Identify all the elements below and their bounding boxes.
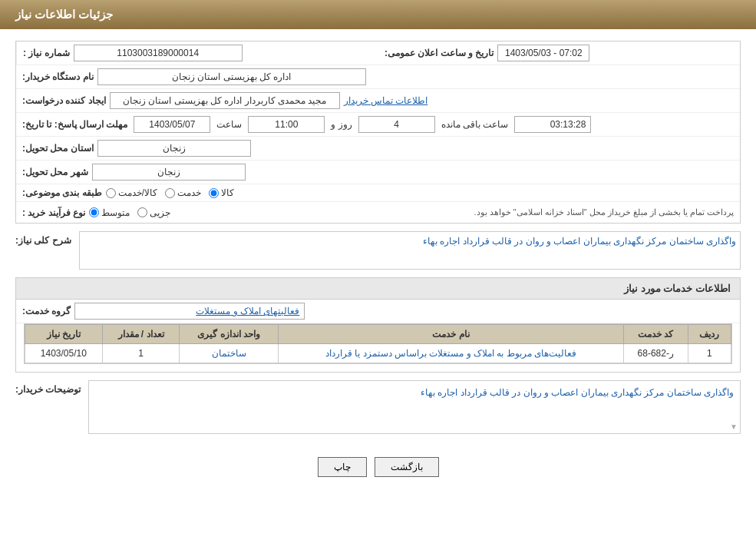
announce-date-value: 1403/05/03 - 07:02	[497, 45, 589, 61]
need-desc-label: شرح کلی نیاز:	[15, 231, 71, 246]
radio-process-partial[interactable]	[137, 207, 147, 217]
th-qty: تعداد / مقدار	[102, 325, 180, 344]
province-label: استان محل تحویل:	[22, 143, 94, 154]
radio-process-medium[interactable]	[89, 207, 99, 217]
cell-code: ر-682-68	[623, 344, 688, 363]
th-date: تاریخ نیاز	[25, 325, 103, 344]
process-option-medium[interactable]: متوسط	[89, 207, 130, 218]
cell-date: 1403/05/10	[25, 344, 103, 363]
service-info-block: اطلاعات خدمات مورد نیاز فعالیتهای املاک …	[15, 277, 741, 373]
th-unit: واحد اندازه گیری	[180, 325, 279, 344]
process-note: پرداخت تمام یا بخشی از مبلغ خریداز محل "…	[182, 205, 734, 220]
service-group-value: فعالیتهای املاک و مستغلات	[74, 303, 305, 320]
deadline-row: 03:13:28 ساعت باقی مانده 4 روز و 11:00 س…	[22, 116, 591, 133]
row-city: زنجان شهر محل تحویل:	[16, 161, 740, 184]
row-buyer-org: اداره کل بهزیستی استان زنجان نام دستگاه …	[16, 65, 740, 89]
buyer-desc-value: واگذاری ساختمان مرکز نگهداری بیماران اعص…	[421, 387, 734, 398]
category-option-goods[interactable]: کالا	[209, 187, 234, 198]
row-creator: اطلاعات تماس خریدار مجید محمدی کاربردار …	[16, 89, 740, 113]
service-info-title: اطلاعات خدمات مورد نیاز	[16, 278, 740, 300]
creator-contact-link[interactable]: اطلاعات تماس خریدار	[344, 95, 428, 106]
deadline-days-value: 4	[358, 116, 435, 133]
col-city: زنجان شهر محل تحویل:	[16, 161, 740, 184]
row-deadline: 03:13:28 ساعت باقی مانده 4 روز و 11:00 س…	[16, 113, 740, 137]
creator-value: مجید محمدی کاربردار اداره کل بهزیستی است…	[110, 92, 340, 109]
th-row-num: ردیف	[688, 325, 731, 344]
col-creator: اطلاعات تماس خریدار مجید محمدی کاربردار …	[16, 89, 740, 112]
process-label: نوع فرآیند خرید :	[22, 207, 85, 218]
buyer-desc-label: توضیحات خریدار:	[15, 380, 81, 395]
service-group-label: گروه خدمت:	[22, 306, 71, 316]
row-province: زنجان استان محل تحویل:	[16, 137, 740, 161]
col-process: پرداخت تمام یا بخشی از مبلغ خریداز محل "…	[16, 202, 740, 223]
radio-category-service-goods[interactable]	[106, 188, 116, 198]
col-category: کالا/خدمت خدمت کالا طبقه بندی موضوعی:	[16, 184, 740, 201]
buyer-desc-section: واگذاری ساختمان مرکز نگهداری بیماران اعص…	[15, 380, 741, 434]
need-desc-section: واگذاری ساختمان مرکز نگهداری بیماران اعص…	[15, 231, 741, 270]
row-category: کالا/خدمت خدمت کالا طبقه بندی موضوعی:	[16, 184, 740, 202]
city-label: شهر محل تحویل:	[22, 167, 88, 177]
col-need-number: 1103003189000014 شماره نیاز :	[16, 41, 378, 65]
service-group-link[interactable]: فعالیتهای املاک و مستغلات	[196, 306, 299, 316]
buyer-org-value: اداره کل بهزیستی استان زنجان	[97, 68, 366, 85]
category-label: طبقه بندی موضوعی:	[22, 187, 102, 198]
th-name: نام خدمت	[279, 325, 623, 344]
row-service-group: فعالیتهای املاک و مستغلات گروه خدمت:	[16, 300, 740, 323]
deadline-time-value: 11:00	[248, 116, 325, 133]
process-option-partial[interactable]: جزیی	[137, 207, 170, 218]
deadline-remaining-value: 03:13:28	[514, 116, 591, 133]
table-header-row: ردیف کد خدمت نام خدمت واحد اندازه گیری ت…	[25, 325, 731, 344]
print-button[interactable]: چاپ	[318, 457, 367, 477]
button-bar: بازگشت چاپ	[15, 446, 741, 489]
need-number-value: 1103003189000014	[74, 45, 243, 61]
buyer-desc-box: واگذاری ساختمان مرکز نگهداری بیماران اعص…	[88, 380, 741, 434]
category-option-service-goods[interactable]: کالا/خدمت	[106, 187, 157, 198]
cell-row-num: 1	[688, 344, 731, 363]
cell-name: فعالیت‌های مربوط به املاک و مستغلات براس…	[279, 344, 623, 363]
col-province: زنجان استان محل تحویل:	[16, 137, 740, 160]
row-need-announce: 1403/05/03 - 07:02 تاریخ و ساعت اعلان عم…	[16, 41, 740, 65]
need-desc-value: واگذاری ساختمان مرکز نگهداری بیماران اعص…	[423, 236, 736, 247]
need-desc-box: واگذاری ساختمان مرکز نگهداری بیماران اعص…	[79, 231, 741, 270]
category-radio-group: کالا/خدمت خدمت کالا	[106, 187, 234, 198]
province-value: زنجان	[97, 140, 251, 157]
creator-label: ایجاد کننده درخواست:	[22, 95, 106, 106]
deadline-date-value: 1403/05/07	[134, 116, 210, 133]
general-info-block: 1403/05/03 - 07:02 تاریخ و ساعت اعلان عم…	[15, 41, 741, 224]
need-number-label: شماره نیاز :	[23, 48, 70, 58]
th-code: کد خدمت	[623, 325, 688, 344]
deadline-days-label: روز و	[331, 119, 352, 130]
table-row: 1 ر-682-68 فعالیت‌های مربوط به املاک و م…	[25, 344, 731, 363]
col-buyer-org: اداره کل بهزیستی استان زنجان نام دستگاه …	[16, 65, 740, 88]
category-option-service[interactable]: خدمت	[165, 187, 201, 198]
deadline-label: مهلت ارسال پاسخ: تا تاریخ:	[22, 119, 127, 130]
col-service-group: فعالیتهای املاک و مستغلات گروه خدمت:	[16, 300, 740, 323]
deadline-remaining-label: ساعت باقی مانده	[441, 119, 509, 130]
process-radio-group: متوسط جزیی	[89, 207, 170, 218]
back-button[interactable]: بازگشت	[375, 457, 439, 477]
col-announce-date: 1403/05/03 - 07:02 تاریخ و ساعت اعلان عم…	[378, 41, 740, 65]
deadline-time-label: ساعت	[216, 119, 242, 130]
city-value: زنجان	[92, 164, 246, 181]
announce-date-label: تاریخ و ساعت اعلان عمومی:	[385, 48, 494, 58]
content-area: 1403/05/03 - 07:02 تاریخ و ساعت اعلان عم…	[0, 29, 756, 500]
buyer-org-label: نام دستگاه خریدار:	[22, 71, 94, 82]
services-table-section: ردیف کد خدمت نام خدمت واحد اندازه گیری ت…	[24, 323, 732, 364]
services-table: ردیف کد خدمت نام خدمت واحد اندازه گیری ت…	[25, 324, 731, 363]
cell-unit: ساختمان	[180, 344, 279, 363]
radio-category-goods[interactable]	[209, 188, 219, 198]
page-header: جزئیات اطلاعات نیاز	[0, 0, 756, 29]
row-process: پرداخت تمام یا بخشی از مبلغ خریداز محل "…	[16, 202, 740, 223]
radio-category-service[interactable]	[165, 188, 175, 198]
col-deadline: 03:13:28 ساعت باقی مانده 4 روز و 11:00 س…	[16, 113, 740, 136]
cell-qty: 1	[102, 344, 180, 363]
services-tbody: 1 ر-682-68 فعالیت‌های مربوط به املاک و م…	[25, 344, 731, 363]
page-wrapper: جزئیات اطلاعات نیاز 1403/05/03 - 07:02 ت…	[0, 0, 756, 540]
page-title: جزئیات اطلاعات نیاز	[15, 8, 113, 21]
